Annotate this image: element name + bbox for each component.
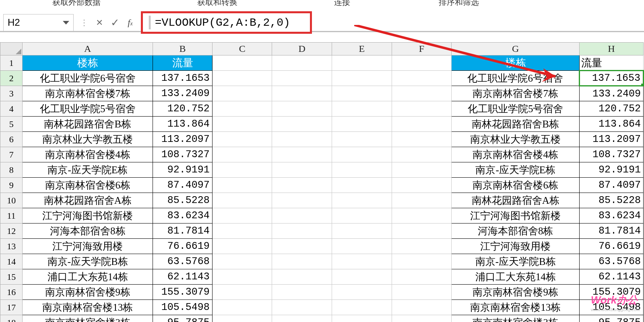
cell[interactable]: 化工职业学院6号宿舍	[452, 71, 580, 86]
cell[interactable]: 南京南林宿舍楼3栋	[23, 315, 153, 322]
cell[interactable]: 85.5228	[580, 193, 644, 208]
cell[interactable]: 63.5768	[580, 254, 644, 269]
cell[interactable]	[332, 224, 392, 239]
cell[interactable]: 108.7327	[153, 147, 213, 162]
row-header[interactable]: 13	[0, 239, 23, 254]
row-header[interactable]: 15	[0, 269, 23, 285]
cell[interactable]: 南京南林宿舍楼13栋	[452, 300, 580, 315]
cell[interactable]	[392, 224, 452, 239]
cell[interactable]: 76.6619	[153, 239, 213, 254]
cell[interactable]: 108.7327	[580, 147, 644, 162]
cell[interactable]: 浦口工大东苑14栋	[23, 269, 153, 285]
cell[interactable]	[212, 254, 272, 269]
cell[interactable]: 133.2409	[153, 86, 213, 101]
row-header[interactable]: 2	[0, 71, 23, 86]
cell[interactable]	[332, 101, 392, 117]
row-header[interactable]: 17	[0, 300, 23, 315]
cell[interactable]: 南京南林宿舍楼7栋	[452, 86, 580, 101]
cell[interactable]: 南京-应天学院E栋	[452, 162, 580, 178]
cell[interactable]: 南林花园路宿舍A栋	[23, 193, 153, 208]
cell[interactable]	[272, 224, 332, 239]
row-header[interactable]: 1	[0, 55, 23, 71]
cell[interactable]: 南京-应天学院B栋	[23, 254, 153, 269]
cell[interactable]	[332, 300, 392, 315]
cell[interactable]: 南京-应天学院E栋	[23, 162, 153, 178]
cell[interactable]	[272, 285, 332, 300]
cell[interactable]	[392, 178, 452, 193]
cell[interactable]: 流量	[153, 55, 213, 71]
cell[interactable]: 92.9191	[580, 162, 644, 178]
cell[interactable]	[392, 132, 452, 147]
cell[interactable]: 南京南林宿舍楼6栋	[452, 178, 580, 193]
cell[interactable]	[392, 147, 452, 162]
cell[interactable]	[212, 315, 272, 322]
cell[interactable]	[212, 285, 272, 300]
cell[interactable]: 120.752	[580, 101, 644, 117]
cell[interactable]: 137.1653	[580, 71, 644, 86]
col-header-H[interactable]: H	[580, 43, 644, 55]
cell[interactable]: 化工职业学院6号宿舍	[23, 71, 153, 86]
col-header-F[interactable]: F	[392, 43, 452, 55]
cell[interactable]	[212, 162, 272, 178]
cell[interactable]	[272, 315, 332, 322]
row-header[interactable]: 7	[0, 147, 23, 162]
cell[interactable]: 155.3079	[580, 285, 644, 300]
cell[interactable]: 南京南林宿舍楼6栋	[23, 178, 153, 193]
col-header-C[interactable]: C	[212, 43, 272, 55]
cell[interactable]	[212, 300, 272, 315]
formula-input[interactable]: =VLOOKUP(G2,A:B,2,0)	[141, 11, 312, 34]
cell[interactable]	[392, 71, 452, 86]
cell[interactable]	[212, 208, 272, 224]
cell[interactable]: 85.5228	[153, 193, 213, 208]
confirm-icon[interactable]: ✓	[111, 16, 120, 29]
cell[interactable]	[332, 269, 392, 285]
cell[interactable]	[332, 55, 392, 71]
cell[interactable]	[272, 86, 332, 101]
cell[interactable]	[392, 117, 452, 132]
cell[interactable]: 95.7875	[153, 315, 213, 322]
cell[interactable]	[332, 117, 392, 132]
cell[interactable]: 楼栋	[452, 55, 580, 71]
cell[interactable]	[272, 300, 332, 315]
col-header-D[interactable]: D	[272, 43, 332, 55]
cell[interactable]: 83.6234	[580, 208, 644, 224]
cell[interactable]: 南京南林宿舍楼3栋	[452, 315, 580, 322]
cell[interactable]: 南京南林宿舍楼9栋	[23, 285, 153, 300]
cell[interactable]	[332, 147, 392, 162]
cell[interactable]	[212, 224, 272, 239]
cell[interactable]	[392, 315, 452, 322]
cell[interactable]: 河海本部宿舍8栋	[452, 224, 580, 239]
spreadsheet-grid[interactable]: A B C D E F G H 1楼栋流量楼栋流量2化工职业学院6号宿舍137.…	[0, 42, 644, 322]
row-header[interactable]: 18	[0, 315, 23, 322]
cell[interactable]	[212, 117, 272, 132]
row-header[interactable]: 11	[0, 208, 23, 224]
cell[interactable]: 133.2409	[580, 86, 644, 101]
cell[interactable]: 105.5498	[153, 300, 213, 315]
cell[interactable]	[392, 208, 452, 224]
cell[interactable]	[272, 254, 332, 269]
cell[interactable]: 155.3079	[153, 285, 213, 300]
cell[interactable]	[212, 269, 272, 285]
cell[interactable]: 105.5498	[580, 300, 644, 315]
cell[interactable]	[272, 132, 332, 147]
fx-icon[interactable]: fx	[128, 17, 132, 28]
cell[interactable]	[332, 239, 392, 254]
cell[interactable]: 流量	[580, 55, 644, 71]
col-header-A[interactable]: A	[23, 43, 153, 55]
cell[interactable]	[212, 193, 272, 208]
cancel-icon[interactable]: ×	[96, 16, 103, 29]
cell[interactable]	[392, 193, 452, 208]
row-header[interactable]: 10	[0, 193, 23, 208]
cell[interactable]: 63.5768	[153, 254, 213, 269]
row-header[interactable]: 4	[0, 101, 23, 117]
cell[interactable]	[212, 86, 272, 101]
cell[interactable]: 81.7814	[580, 224, 644, 239]
cell[interactable]	[272, 208, 332, 224]
cell[interactable]: 江宁河海致用楼	[23, 239, 153, 254]
chevron-down-icon[interactable]	[63, 21, 69, 25]
cell[interactable]	[392, 86, 452, 101]
cell[interactable]: 95.7875	[580, 315, 644, 322]
cell[interactable]: 南京南林宿舍楼13栋	[23, 300, 153, 315]
cell[interactable]: 113.2097	[580, 132, 644, 147]
cell[interactable]	[212, 101, 272, 117]
